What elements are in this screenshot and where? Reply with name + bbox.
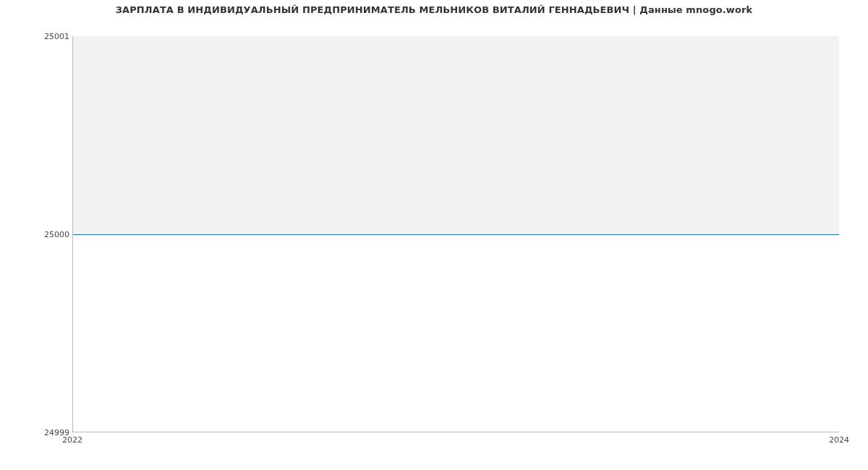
x-tick-label: 2022 (62, 435, 82, 445)
plot-area (72, 36, 839, 432)
series-line-salary (73, 234, 839, 235)
y-tick-label: 25000 (26, 230, 69, 239)
grid-band (73, 36, 839, 234)
x-tick-label: 2024 (829, 435, 849, 445)
salary-chart: ЗАРПЛАТА В ИНДИВИДУАЛЬНЫЙ ПРЕДПРИНИМАТЕЛ… (0, 0, 868, 470)
chart-title: ЗАРПЛАТА В ИНДИВИДУАЛЬНЫЙ ПРЕДПРИНИМАТЕЛ… (0, 4, 868, 15)
y-tick-label: 25001 (26, 32, 69, 41)
